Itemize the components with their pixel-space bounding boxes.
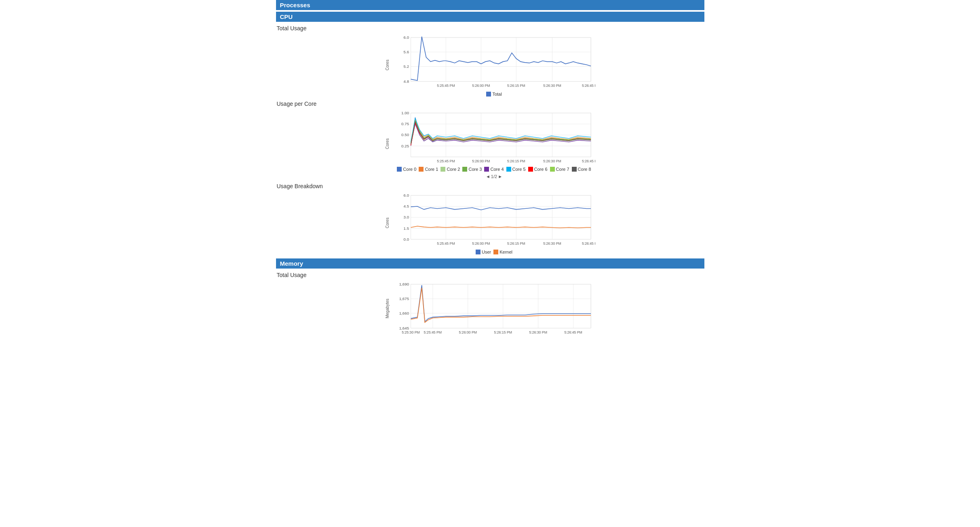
cpu-total-chart-body: 6.0 5.6 5.2 4.8 5:25:45 PM 5:26:00 PM 5:… [393,33,595,97]
legend-core6-label: Core 6 [534,167,548,172]
svg-text:5:26:15 PM: 5:26:15 PM [494,330,512,334]
legend-core5: Core 5 [506,167,526,172]
legend-user-color [476,250,481,254]
cpu-breakdown-chart-area: Cores 6.0 4.5 3.0 1.5 [385,191,595,254]
svg-text:5:25:30 PM: 5:25:30 PM [402,330,419,334]
svg-text:5:25:45 PM: 5:25:45 PM [437,84,455,88]
svg-text:0.50: 0.50 [401,133,409,137]
memory-section-header[interactable]: Memory [276,258,704,269]
svg-text:3.0: 3.0 [403,215,409,219]
legend-core1: Core 1 [419,167,438,172]
svg-text:0.75: 0.75 [401,122,409,126]
svg-text:5:26:00 PM: 5:26:00 PM [472,241,490,245]
cpu-breakdown-chart-body: 6.0 4.5 3.0 1.5 0.0 5:25:45 PM 5:26:00 P… [393,191,595,254]
memory-total-chart-area: Megabytes 1,690 1,675 1,660 [385,280,595,337]
legend-core1-color [419,167,424,172]
svg-text:5:26:00 PM: 5:26:00 PM [472,84,490,88]
svg-text:4.5: 4.5 [403,204,409,208]
svg-text:5:25:45 PM: 5:25:45 PM [437,159,455,163]
cpu-total-y-label: Cores [385,33,393,97]
legend-core3-color [462,167,467,172]
legend-kernel: Kernel [493,250,512,254]
cpu-per-core-y-label: Cores [385,109,393,178]
legend-total: Total [486,92,502,97]
svg-rect-60 [411,284,591,328]
svg-rect-0 [411,38,591,82]
svg-text:1,675: 1,675 [399,296,409,301]
legend-core2: Core 2 [440,167,460,172]
legend-core8: Core 8 [572,167,591,172]
memory-total-usage-title: Total Usage [276,272,704,278]
cpu-total-usage-title: Total Usage [276,25,704,31]
svg-text:5:26:45 PM: 5:26:45 PM [582,241,595,245]
svg-text:1,690: 1,690 [399,282,409,286]
svg-text:1.00: 1.00 [401,111,409,115]
svg-text:5:26:30 PM: 5:26:30 PM [543,241,561,245]
svg-text:5:26:00 PM: 5:26:00 PM [472,159,490,163]
legend-kernel-color [493,250,498,254]
cpu-total-chart-container: Cores 6.0 [385,33,595,97]
legend-user-label: User [482,250,491,254]
memory-total-chart-container: Megabytes 1,690 1,675 1,660 [385,280,595,337]
memory-total-chart-body: 1,690 1,675 1,660 1,645 5:25:30 PM 5:25:… [393,280,595,337]
cpu-breakdown-svg: 6.0 4.5 3.0 1.5 0.0 5:25:45 PM 5:26:00 P… [393,191,595,248]
legend-core4: Core 4 [484,167,504,172]
legend-core6-color [528,167,533,172]
cpu-total-chart-area: Cores 6.0 [385,33,595,97]
cpu-per-core-title: Usage per Core [276,101,704,107]
legend-user: User [476,250,491,254]
legend-core7-color [550,167,555,172]
processes-label: Processes [280,2,310,8]
legend-core5-label: Core 5 [512,167,526,172]
svg-text:0.0: 0.0 [403,237,409,241]
svg-text:6.0: 6.0 [403,35,409,40]
pagination-next[interactable]: ► [498,174,502,179]
legend-core0-label: Core 0 [403,167,416,172]
cpu-per-core-svg: 1.00 0.75 0.50 0.25 5:25:45 PM 5:26:00 P… [393,109,595,166]
legend-core0-color [397,167,402,172]
cpu-section-header[interactable]: CPU [276,12,704,22]
svg-text:5:26:45 PM: 5:26:45 PM [564,330,582,334]
legend-total-color [486,92,491,97]
cpu-breakdown-legend: User Kernel [393,250,595,254]
legend-core7-label: Core 7 [556,167,569,172]
memory-total-y-label: Megabytes [385,280,393,337]
svg-text:1.5: 1.5 [403,226,409,230]
legend-core4-label: Core 4 [490,167,504,172]
svg-text:5:25:45 PM: 5:25:45 PM [424,330,441,334]
svg-text:6.0: 6.0 [403,193,409,197]
legend-total-label: Total [492,92,502,97]
svg-text:5:26:45 PM: 5:26:45 PM [582,159,595,163]
pagination: ◄ 1/2 ► [486,174,502,179]
svg-text:5:26:30 PM: 5:26:30 PM [543,84,561,88]
cpu-per-core-legend: Core 0 Core 1 Core 2 Core 3 [393,167,595,179]
svg-text:5:26:15 PM: 5:26:15 PM [507,84,525,88]
legend-core0: Core 0 [397,167,416,172]
processes-section-header[interactable]: Processes [276,0,704,10]
svg-text:5:25:45 PM: 5:25:45 PM [437,241,455,245]
cpu-per-core-chart-area: Cores 1.00 0.75 0.50 0. [385,109,595,178]
legend-core8-color [572,167,577,172]
svg-text:4.8: 4.8 [403,79,409,84]
svg-text:5:26:00 PM: 5:26:00 PM [459,330,476,334]
cpu-breakdown-y-label: Cores [385,191,393,254]
svg-text:1,660: 1,660 [399,311,409,315]
svg-text:5.6: 5.6 [403,50,409,54]
svg-text:5.2: 5.2 [403,64,409,69]
memory-label: Memory [280,260,303,267]
legend-kernel-label: Kernel [499,250,512,254]
pagination-prev[interactable]: ◄ [486,174,490,179]
pagination-info: 1/2 [491,174,497,179]
legend-core6: Core 6 [528,167,548,172]
cpu-breakdown-title: Usage Breakdown [276,183,704,189]
legend-core2-color [440,167,445,172]
svg-text:0.25: 0.25 [401,144,409,148]
legend-core2-label: Core 2 [447,167,460,172]
cpu-breakdown-chart-container: Cores 6.0 4.5 3.0 1.5 [385,191,595,254]
svg-text:5:26:45 PM: 5:26:45 PM [582,84,595,88]
svg-text:5:26:15 PM: 5:26:15 PM [507,159,525,163]
memory-total-svg: 1,690 1,675 1,660 1,645 5:25:30 PM 5:25:… [393,280,595,337]
cpu-total-legend: Total [393,92,595,97]
legend-core5-color [506,167,511,172]
cpu-total-svg: 6.0 5.6 5.2 4.8 5:25:45 PM 5:26:00 PM 5:… [393,33,595,90]
